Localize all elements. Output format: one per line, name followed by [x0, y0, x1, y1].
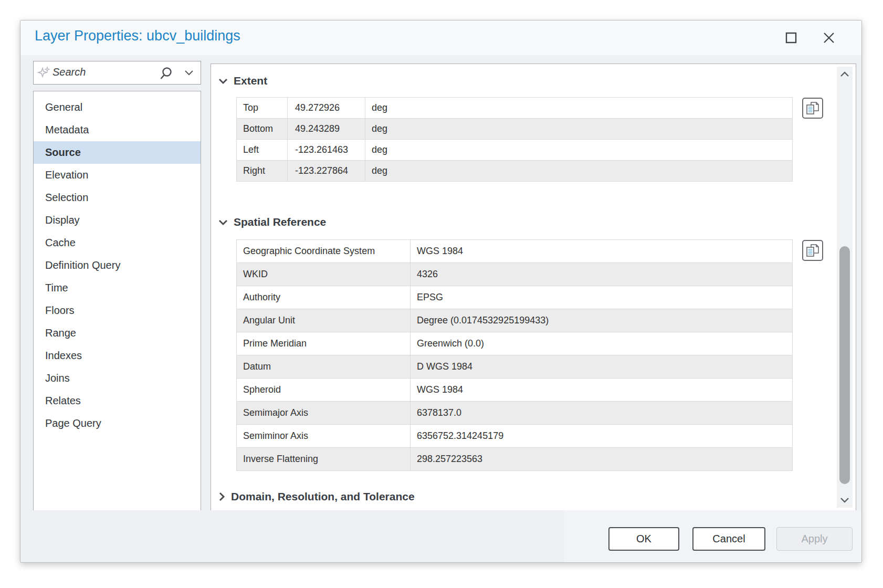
extent-row-right: Right-123.227864deg	[237, 161, 793, 182]
sr-geographic-coordinate-system-value: WGS 1984	[411, 240, 793, 263]
sr-datum-label: Datum	[237, 355, 411, 379]
sr-authority-value: EPSG	[411, 286, 793, 309]
extent-bottom-unit: deg	[365, 119, 793, 140]
extent-left-value: -123.261463	[288, 140, 365, 161]
cancel-button[interactable]: Cancel	[692, 527, 765, 551]
sidebar-item-relates[interactable]: Relates	[34, 390, 201, 412]
close-icon	[823, 32, 835, 44]
extent-bottom-value: 49.243289	[288, 119, 365, 140]
sr-authority-label: Authority	[237, 286, 411, 309]
extent-top-unit: deg	[365, 98, 793, 119]
sr-inverse-flattening-value: 298.257223563	[411, 448, 793, 471]
search-options-chevron-icon[interactable]	[184, 69, 194, 77]
dialog-title: Layer Properties: ubcv_buildings	[35, 28, 240, 44]
sr-wkid-label: WKID	[237, 263, 411, 286]
copy-icon	[806, 101, 819, 115]
sidebar-item-general[interactable]: General	[34, 96, 201, 119]
sidebar-item-cache[interactable]: Cache	[34, 232, 201, 254]
sidebar-item-selection[interactable]: Selection	[34, 186, 201, 209]
spatial-reference-row-geographic-coordinate-system: Geographic Coordinate SystemWGS 1984	[237, 240, 793, 263]
maximize-button[interactable]	[777, 27, 805, 49]
sidebar-item-definition-query[interactable]: Definition Query	[34, 254, 201, 277]
extent-section-title: Extent	[234, 75, 267, 87]
sr-semiminor-axis-value: 6356752.314245179	[411, 425, 793, 448]
vertical-scrollbar[interactable]	[837, 67, 853, 508]
sr-inverse-flattening-label: Inverse Flattening	[237, 448, 411, 471]
sidebar-item-joins[interactable]: Joins	[34, 367, 201, 390]
spatial-reference-section-title: Spatial Reference	[234, 216, 326, 228]
spatial-reference-section-header[interactable]: Spatial Reference	[218, 216, 326, 228]
chevron-down-icon	[218, 219, 228, 226]
ok-button[interactable]: OK	[608, 527, 679, 551]
sr-semiminor-axis-label: Semiminor Axis	[237, 425, 411, 448]
chevron-down-icon	[218, 78, 228, 85]
extent-top-label: Top	[237, 98, 288, 119]
sidebar-item-source[interactable]: Source	[34, 141, 201, 164]
source-panel: Extent Top49.272926degBottom49.243289deg…	[211, 64, 856, 511]
apply-button[interactable]: Apply	[776, 527, 853, 551]
sidebar-item-metadata[interactable]: Metadata	[34, 119, 201, 141]
sidebar-item-time[interactable]: Time	[34, 277, 201, 299]
sr-prime-meridian-label: Prime Meridian	[237, 332, 411, 355]
sidebar-item-page-query[interactable]: Page Query	[34, 412, 201, 435]
copy-icon	[806, 244, 819, 257]
sparkle-icon	[37, 66, 51, 80]
sr-spheroid-value: WGS 1984	[411, 379, 793, 402]
extent-bottom-label: Bottom	[237, 119, 288, 140]
spatial-reference-row-datum: DatumD WGS 1984	[237, 355, 793, 379]
maximize-icon	[785, 32, 797, 44]
domain-section-header[interactable]: Domain, Resolution, and Tolerance	[218, 490, 415, 503]
spatial-reference-row-spheroid: SpheroidWGS 1984	[237, 379, 793, 402]
sr-semimajor-axis-value: 6378137.0	[411, 402, 793, 425]
spatial-reference-row-wkid: WKID4326	[237, 263, 793, 286]
sr-prime-meridian-value: Greenwich (0.0)	[411, 332, 793, 355]
sr-angular-unit-value: Degree (0.0174532925199433)	[411, 309, 793, 332]
titlebar: Layer Properties: ubcv_buildings	[20, 20, 861, 55]
close-button[interactable]	[815, 27, 843, 49]
sr-wkid-value: 4326	[411, 263, 793, 286]
copy-extent-button[interactable]	[802, 98, 823, 119]
spatial-reference-row-inverse-flattening: Inverse Flattening298.257223563	[237, 448, 793, 471]
scrollbar-thumb[interactable]	[839, 246, 850, 484]
dialog-footer: OK Cancel Apply	[20, 510, 861, 562]
layer-properties-dialog: Layer Properties: ubcv_buildings Search	[20, 20, 862, 563]
extent-right-unit: deg	[365, 161, 793, 182]
extent-table: Top49.272926degBottom49.243289degLeft-12…	[236, 97, 793, 182]
sr-spheroid-label: Spheroid	[237, 379, 411, 402]
chevron-right-icon	[218, 492, 225, 501]
spatial-reference-row-semiminor-axis: Semiminor Axis6356752.314245179	[237, 425, 793, 448]
sidebar-item-range[interactable]: Range	[34, 322, 201, 344]
search-placeholder: Search	[52, 66, 86, 78]
sidebar-item-elevation[interactable]: Elevation	[34, 164, 201, 186]
search-icon[interactable]	[159, 66, 173, 80]
spatial-reference-table: Geographic Coordinate SystemWGS 1984WKID…	[236, 239, 793, 471]
extent-section-header[interactable]: Extent	[218, 75, 267, 87]
extent-right-value: -123.227864	[288, 161, 365, 182]
spatial-reference-row-angular-unit: Angular UnitDegree (0.0174532925199433)	[237, 309, 793, 332]
sr-angular-unit-label: Angular Unit	[237, 309, 411, 332]
spatial-reference-row-authority: AuthorityEPSG	[237, 286, 793, 309]
sr-semimajor-axis-label: Semimajor Axis	[237, 402, 411, 425]
spatial-reference-row-semimajor-axis: Semimajor Axis6378137.0	[237, 402, 793, 425]
domain-section-title: Domain, Resolution, and Tolerance	[231, 490, 415, 503]
sidebar-item-indexes[interactable]: Indexes	[34, 344, 201, 367]
extent-top-value: 49.272926	[288, 98, 365, 119]
sidebar-item-display[interactable]: Display	[34, 209, 201, 232]
sr-geographic-coordinate-system-label: Geographic Coordinate System	[237, 240, 411, 263]
extent-left-unit: deg	[365, 140, 793, 161]
extent-row-left: Left-123.261463deg	[237, 140, 793, 161]
extent-row-top: Top49.272926deg	[237, 98, 793, 119]
copy-spatial-reference-button[interactable]	[802, 240, 823, 261]
extent-row-bottom: Bottom49.243289deg	[237, 119, 793, 140]
scroll-up-icon[interactable]	[837, 68, 853, 81]
sidebar-item-floors[interactable]: Floors	[34, 299, 201, 322]
spatial-reference-row-prime-meridian: Prime MeridianGreenwich (0.0)	[237, 332, 793, 355]
search-input[interactable]: Search	[33, 61, 201, 85]
properties-tab-list: GeneralMetadataSourceElevationSelectionD…	[33, 91, 201, 511]
scroll-down-icon[interactable]	[837, 493, 853, 507]
sr-datum-value: D WGS 1984	[411, 355, 793, 379]
extent-right-label: Right	[237, 161, 288, 182]
extent-left-label: Left	[237, 140, 288, 161]
